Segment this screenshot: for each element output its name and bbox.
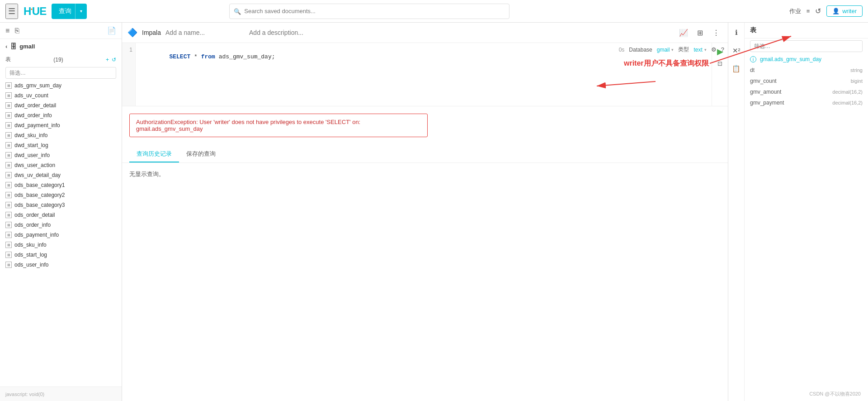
list-item[interactable]: ⊞ads_gmv_sum_day <box>0 81 122 91</box>
list-item[interactable]: ⊞ods_order_info <box>0 220 122 230</box>
list-item[interactable]: ⊞dwd_start_log <box>0 140 122 150</box>
user-icon: 👤 <box>832 8 840 14</box>
list-item[interactable]: ⊞ods_order_detail <box>0 210 122 220</box>
expand-button[interactable]: ⊡ <box>717 60 722 67</box>
app-logo: H•UE <box>24 5 46 18</box>
error-box: AuthorizationException: User 'writer' do… <box>129 114 428 137</box>
sidebar-table-header: 表 (19) + ↺ <box>0 54 122 65</box>
list-item[interactable]: ⊞dwd_user_info <box>0 150 122 160</box>
table-row[interactable]: gmv_amount decimal(16,2) <box>745 86 868 97</box>
list-item[interactable]: ⊞ods_payment_info <box>0 230 122 240</box>
col-name-dt: dt <box>750 67 755 73</box>
list-item[interactable]: ⊞ods_base_category3 <box>0 200 122 210</box>
table-icon: ⊞ <box>5 142 12 148</box>
table-row[interactable]: gmv_count bigint <box>745 76 868 86</box>
user-button[interactable]: 👤 writer <box>826 5 863 17</box>
list-item[interactable]: ⊞ods_base_category1 <box>0 180 122 190</box>
db-value: gmail <box>657 47 670 53</box>
table-icon: ⊞ <box>5 242 12 248</box>
table-info-icon: i <box>750 56 756 62</box>
table-icon: ⊞ <box>5 162 12 168</box>
tab-query-history[interactable]: 查询历史记录 <box>129 146 179 162</box>
main-layout: ≡ ⎘ 📄 ‹ 🗄 gmall 表 (19) + ↺ ⊞ads_gmv_sum_… <box>0 23 868 401</box>
query-desc-input[interactable] <box>249 29 328 36</box>
list-item[interactable]: ⊞dws_uv_detail_day <box>0 170 122 180</box>
list-item[interactable]: ⊞dwd_sku_info <box>0 130 122 140</box>
help-button[interactable]: ? <box>721 46 724 53</box>
sidebar-add-table-button[interactable]: + <box>106 57 109 63</box>
col-name-gmv-payment: gmv_payment <box>750 100 784 106</box>
col-type-dt: string <box>850 67 863 73</box>
col-name-gmv-count: gmv_count <box>750 78 777 84</box>
sidebar-doc-icon[interactable]: 📄 <box>107 26 116 35</box>
sidebar-list-icon[interactable]: ≡ <box>5 27 9 35</box>
sidebar-filter-input[interactable] <box>5 67 116 79</box>
type-selector[interactable]: text ▾ <box>693 47 706 53</box>
sidebar-copy-icon[interactable]: ⎘ <box>15 27 19 35</box>
table-icon: ⊞ <box>5 222 12 228</box>
table-icon: ⊞ <box>5 92 12 99</box>
sidebar-db-icon: 🗄 <box>10 43 17 50</box>
tab-saved-queries[interactable]: 保存的查询 <box>179 146 223 162</box>
sidebar-refresh-table-button[interactable]: ↺ <box>112 57 116 63</box>
sidebar-filter <box>0 65 122 81</box>
right-panel-filter-input[interactable] <box>750 40 863 52</box>
list-item[interactable]: ⊞ods_base_category2 <box>0 190 122 200</box>
table-icon: ⊞ <box>5 82 12 89</box>
list-item[interactable]: ⊞ods_user_info <box>0 260 122 270</box>
chart-button[interactable]: 📈 <box>677 26 690 39</box>
settings-button[interactable]: ⚙ <box>711 46 717 53</box>
table-icon: ⊞ <box>5 182 12 188</box>
sidebar-top-icons: ≡ ⎘ 📄 <box>0 23 122 39</box>
query-button-label: 查询 <box>59 7 75 15</box>
list-item[interactable]: ⊞ods_sku_info <box>0 240 122 250</box>
type-label: 类型 <box>678 46 689 53</box>
rs-grid-button[interactable]: ✕² <box>730 44 743 57</box>
list-item[interactable]: ⊞ads_uv_count <box>0 91 122 100</box>
sidebar-back-button[interactable]: ‹ <box>5 43 7 50</box>
right-table-name[interactable]: i gmail.ads_gmv_sum_day <box>745 54 868 65</box>
sidebar-db-header: ‹ 🗄 gmall <box>0 39 122 54</box>
query-name-input[interactable] <box>165 29 245 36</box>
table-icon: ⊞ <box>5 232 12 238</box>
sql-keyword-select: SELECT <box>169 53 190 60</box>
sidebar-footer: javascript: void(0) <box>0 387 122 401</box>
list-item[interactable]: ⊞dwd_payment_info <box>0 120 122 130</box>
table-icon: ⊞ <box>5 152 12 158</box>
table-icon: ⊞ <box>5 172 12 178</box>
rs-info-button[interactable]: ℹ <box>730 26 743 39</box>
right-panel-filter <box>745 38 868 54</box>
sidebar-table-count: (19) <box>53 57 63 63</box>
query-button-arrow[interactable]: ▾ <box>75 9 87 14</box>
db-selector[interactable]: gmail ▾ <box>657 47 674 53</box>
table-icon: ⊞ <box>5 202 12 208</box>
search-bar: 🔍 <box>229 4 509 19</box>
search-input[interactable] <box>229 4 509 19</box>
list-item[interactable]: ⊞dws_user_action <box>0 160 122 170</box>
jobs-label: 作业 <box>789 7 801 15</box>
list-icon: ≡ <box>807 8 810 14</box>
right-sidebar: ℹ ✕² 📋 表 i gmail.ads_gmv_sum_day dt str <box>728 23 868 401</box>
table-view-button[interactable]: ⊞ <box>693 26 706 39</box>
hamburger-menu-button[interactable]: ☰ <box>5 4 18 19</box>
refresh-button[interactable]: ↺ <box>815 7 821 15</box>
table-icon: ⊞ <box>5 102 12 109</box>
rs-document-button[interactable]: 📋 <box>730 62 743 75</box>
db-caret-icon: ▾ <box>671 48 674 52</box>
more-options-button[interactable]: ⋮ <box>710 26 722 39</box>
query-button[interactable]: 查询 ▾ <box>52 4 87 19</box>
duration-label: 0s <box>619 47 625 53</box>
error-message: AuthorizationException: User 'writer' do… <box>136 119 360 132</box>
toolbar-right: 📈 ⊞ ⋮ <box>677 26 722 39</box>
table-row[interactable]: dt string <box>745 65 868 76</box>
table-row[interactable]: gmv_payment decimal(16,2) <box>745 97 868 108</box>
sql-star: * <box>194 53 198 60</box>
list-item[interactable]: ⊞ods_start_log <box>0 250 122 260</box>
right-sidebar-inner: ℹ ✕² 📋 表 i gmail.ads_gmv_sum_day dt str <box>728 23 868 401</box>
table-icon: ⊞ <box>5 132 12 138</box>
editor-area: 1 SELECT * from ads_gmv_sum_day; 0s Data… <box>122 43 728 106</box>
list-item[interactable]: ⊞dwd_order_info <box>0 110 122 120</box>
search-icon: 🔍 <box>234 8 241 14</box>
line-number: 1 <box>129 47 132 53</box>
list-item[interactable]: ⊞dwd_order_detail <box>0 100 122 110</box>
